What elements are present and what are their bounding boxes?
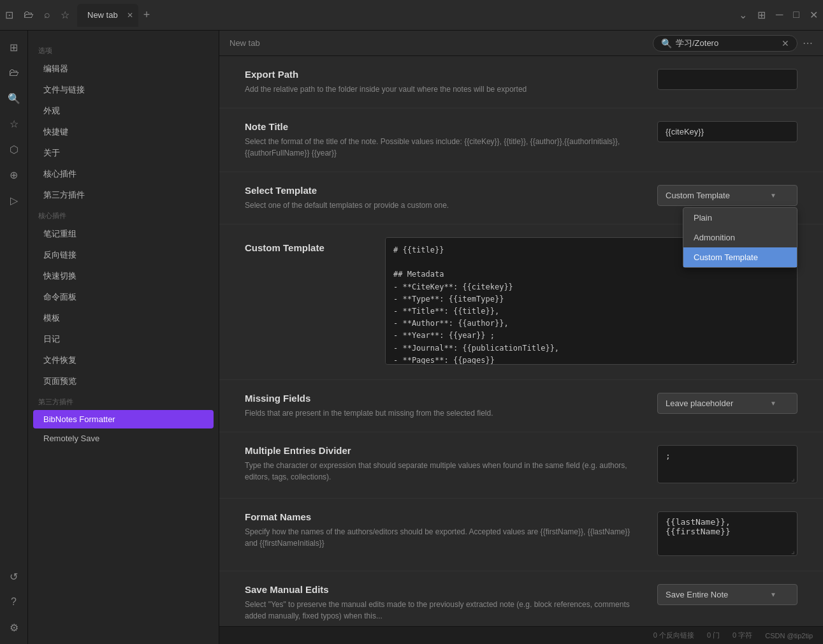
sidebar-item-editor[interactable]: 编辑器 [33, 59, 214, 79]
section-label-third-party: 第三方插件 [28, 392, 219, 409]
more-options-icon[interactable]: ⋯ [803, 37, 813, 49]
tab-label: New tab [87, 10, 118, 20]
sidebar-item-quick-switch[interactable]: 快速切换 [33, 266, 214, 286]
save-manual-desc: Select "Yes" to preserve the manual edit… [245, 599, 645, 622]
export-path-control [657, 69, 798, 90]
source-label: CSDN @tip2tip [765, 632, 813, 640]
format-names-input[interactable] [657, 511, 798, 556]
sidebar-item-note-reorg[interactable]: 笔记重组 [33, 224, 214, 244]
save-manual-control: Save Entire Note ▼ [657, 584, 798, 605]
sidebar-icon-folder[interactable]: 🗁 [3, 61, 25, 84]
maximize-icon[interactable]: □ [793, 9, 799, 21]
divider-input[interactable] [657, 445, 798, 483]
sidebar-item-backlinks[interactable]: 反向链接 [33, 245, 214, 265]
tab-close-icon[interactable]: ✕ [127, 11, 133, 20]
format-names-title: Format Names [245, 511, 645, 522]
sidebar-item-page-preview[interactable]: 页面预览 [33, 371, 214, 392]
note-title-title: Note Title [245, 121, 645, 132]
save-manual-info: Save Manual Edits Select "Yes" to preser… [245, 584, 645, 622]
select-template-dropdown-menu: Plain Admonition Custom Template [683, 207, 798, 268]
missing-fields-info: Missing Fields Fields that are present i… [245, 393, 645, 419]
sidebar-icon-star[interactable]: ☆ [3, 112, 25, 135]
sidebar-icon-undo[interactable]: ↺ [3, 565, 25, 588]
folder-open-icon[interactable]: 🗁 [24, 9, 34, 21]
sidebar-item-third-party-plugins[interactable]: 第三方插件 [33, 185, 214, 205]
window-close-icon[interactable]: ✕ [810, 9, 818, 21]
sidebar-nav: 选项 编辑器 文件与链接 外观 快捷键 关于 核心插件 第三方插件 核心插件 笔… [28, 31, 219, 644]
sidebar-item-remotely-save[interactable]: Remotely Save [33, 429, 214, 448]
status-bar: 0 个反向链接 0 门 0 字符 CSDN @tip2tip [219, 626, 823, 644]
section-label-core-plugins: 核心插件 [28, 206, 219, 223]
missing-fields-value: Leave placeholder [666, 399, 733, 408]
divider-textarea-wrapper: ⌟ [657, 445, 798, 485]
sidebar-item-diary[interactable]: 日记 [33, 329, 214, 349]
sidebar-icon-layout[interactable]: ⊞ [3, 36, 25, 59]
star-header-icon[interactable]: ☆ [61, 9, 69, 21]
sidebar-item-about[interactable]: 关于 [33, 143, 214, 163]
search-header-icon[interactable]: ⌕ [44, 9, 50, 21]
backlinks-count: 0 个反向链接 [653, 631, 694, 640]
window-controls: ⊡ 🗁 ⌕ ☆ [5, 9, 69, 21]
export-path-title: Export Path [245, 69, 645, 80]
sidebar-icon-search[interactable]: 🔍 [3, 87, 25, 110]
search-input[interactable] [676, 38, 778, 48]
new-tab-icon[interactable]: + [143, 8, 150, 22]
export-path-desc: Add the relative path to the folder insi… [245, 84, 645, 95]
format-names-control: ⌟ [657, 511, 798, 558]
note-title-row: Note Title Select the format of the titl… [245, 121, 798, 159]
note-title-info: Note Title Select the format of the titl… [245, 121, 645, 159]
divider-section: Multiple Entries Divider Type the charac… [219, 432, 823, 499]
sidebar-icon-settings[interactable]: ⚙ [3, 616, 25, 639]
select-template-value: Custom Template [666, 191, 730, 200]
divider-title: Multiple Entries Divider [245, 445, 645, 456]
dropdown-item-plain[interactable]: Plain [683, 208, 797, 228]
chevron-down-icon[interactable]: ⌄ [739, 9, 747, 21]
sidebar-icon-plugin[interactable]: ⊕ [3, 163, 25, 186]
dropdown-item-admonition[interactable]: Admonition [683, 228, 797, 247]
custom-template-label: Custom Template [245, 237, 372, 367]
sidebar-icon-terminal[interactable]: ▷ [3, 189, 25, 212]
words-count: 0 字符 [732, 631, 752, 640]
missing-fields-control: Leave placeholder ▼ [657, 393, 798, 414]
search-icon: 🔍 [661, 38, 672, 48]
export-path-info: Export Path Add the relative path to the… [245, 69, 645, 95]
note-title-input[interactable] [657, 121, 798, 142]
sidebar-item-appearance[interactable]: 外观 [33, 101, 214, 121]
export-path-input[interactable] [657, 69, 798, 90]
select-template-row: Select Template Select one of the defaul… [245, 185, 798, 211]
divider-control: ⌟ [657, 445, 798, 485]
titlebar-right: ⌄ ⊞ ─ □ ✕ [739, 9, 818, 21]
content-topbar-right: 🔍 ✕ ⋯ [653, 35, 813, 52]
save-manual-value: Save Entire Note [666, 590, 728, 599]
select-template-desc: Select one of the default templates or p… [245, 200, 645, 211]
missing-fields-dropdown[interactable]: Leave placeholder ▼ [657, 393, 798, 414]
search-clear-icon[interactable]: ✕ [782, 38, 789, 48]
sidebar-item-hotkeys[interactable]: 快捷键 [33, 122, 214, 142]
sidebar-toggle-icon[interactable]: ⊡ [5, 9, 13, 21]
save-manual-row: Save Manual Edits Select "Yes" to preser… [245, 584, 798, 622]
select-template-control: Custom Template ▼ Plain Admonition Custo… [657, 185, 798, 206]
section-label-options: 选项 [28, 41, 219, 58]
chevron-down-icon: ▼ [770, 591, 776, 598]
divider-info: Multiple Entries Divider Type the charac… [245, 445, 645, 483]
content-topbar-title: New tab [229, 38, 260, 48]
dropdown-item-custom[interactable]: Custom Template [683, 247, 797, 267]
layout-icon[interactable]: ⊞ [757, 9, 766, 21]
note-title-desc: Select the format of the title of the no… [245, 136, 645, 159]
content-area: New tab 🔍 ✕ ⋯ Export Path Add the relati… [219, 31, 823, 644]
sidebar-item-templates[interactable]: 模板 [33, 308, 214, 328]
chevron-down-icon: ▼ [770, 400, 776, 407]
sidebar-item-command-palette[interactable]: 命令面板 [33, 287, 214, 307]
format-names-desc: Specify how the names of the authors/edi… [245, 526, 645, 549]
minimize-icon[interactable]: ─ [776, 9, 783, 21]
save-manual-dropdown[interactable]: Save Entire Note ▼ [657, 584, 798, 605]
sidebar-item-files-links[interactable]: 文件与链接 [33, 80, 214, 100]
tab-new[interactable]: New tab ✕ [77, 4, 138, 27]
sidebar-item-bibnotes[interactable]: BibNotes Formatter [33, 410, 214, 428]
sidebar-icon-graph[interactable]: ⬡ [3, 138, 25, 161]
divider-row: Multiple Entries Divider Type the charac… [245, 445, 798, 485]
select-template-dropdown[interactable]: Custom Template ▼ [657, 185, 798, 206]
sidebar-item-file-recovery[interactable]: 文件恢复 [33, 350, 214, 370]
sidebar-icon-help[interactable]: ? [3, 590, 25, 613]
sidebar-item-core-plugins[interactable]: 核心插件 [33, 164, 214, 184]
